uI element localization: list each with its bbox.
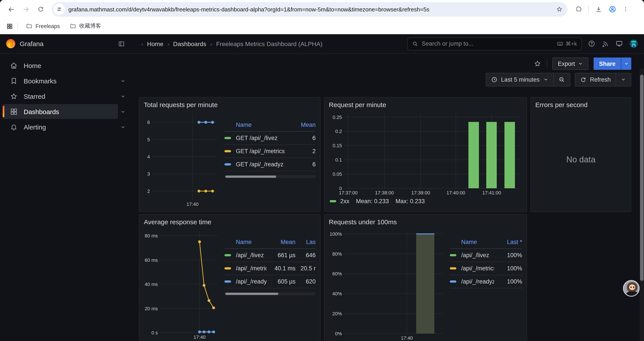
sidebar-item-label: Alerting [24,123,46,131]
series-color-pill[interactable] [450,280,456,283]
series-name[interactable]: /api/_/livez [461,252,494,258]
bookmark-folder[interactable]: 收藏博客 [66,21,104,32]
chevron-down-icon[interactable] [118,124,128,130]
page-scrollbar[interactable] [640,69,644,341]
time-range-button[interactable]: Last 5 minutes [486,73,553,86]
forward-icon[interactable] [19,3,32,16]
series-name[interactable]: 2xx [340,198,350,204]
legend-row[interactable]: /api/_/metrics 40.1 ms 20.5 r [224,262,316,275]
sidebar-item[interactable]: Starred [0,89,131,104]
series-color-pill[interactable] [224,254,231,256]
legend-header-name[interactable]: Name [461,239,494,245]
legend-header-mean[interactable]: Mean [266,239,296,245]
bar-chart[interactable]: 17:40100%80%60%40%20%0% [329,227,446,341]
legend-row[interactable]: GET /api/_/readyz 6 [224,158,316,171]
legend-header-last[interactable]: Last * [494,239,522,245]
favorite-star-icon[interactable] [534,60,542,68]
series-name[interactable]: GET /api/_/metrics [236,148,289,154]
avatar-eye [633,286,634,288]
breadcrumb-item[interactable]: Dashboards [163,40,206,47]
svg-text:3: 3 [147,171,150,177]
share-button[interactable]: Share [594,58,621,70]
header-icons [585,40,638,48]
export-button[interactable]: Export [552,58,588,70]
timeseries-chart[interactable]: 17:4065432 [144,110,221,208]
legend-row[interactable]: /api/_/readyz 100% [450,275,522,288]
breadcrumb-item[interactable]: Freeleaps Metrics Dashboard (ALPHA) [206,40,322,47]
legend-scrollbar[interactable] [224,292,316,295]
legend-row[interactable]: /api/_/readyz 605 µs 620 [224,275,316,288]
series-name[interactable]: /api/_/readyz [236,278,266,285]
series-color-pill[interactable] [450,254,456,256]
legend-row[interactable]: GET /api/_/livez 6 [224,132,316,145]
assistant-avatar[interactable] [623,280,640,297]
series-name[interactable]: GET /api/_/readyz [236,161,289,168]
bookmark-folder[interactable]: Freeleaps [22,21,63,31]
chevron-down-icon [621,77,626,82]
chevron-down-icon[interactable] [118,93,128,99]
series-color-pill[interactable] [330,200,336,202]
url-text[interactable]: grafana.mathmast.com/d/deytv4rwavabkb/fr… [68,6,550,13]
sidebar-item[interactable]: Home [0,58,131,73]
sidebar-item[interactable]: Bookmarks [0,73,131,88]
bar-chart[interactable]: 17:37:0017:38:0017:39:0017:40:0017:41:00… [329,110,523,196]
series-name[interactable]: /api/_/metrics [461,265,494,272]
kiosk-monitor-icon[interactable] [616,40,623,47]
extensions-icon[interactable] [575,6,582,13]
series-color-pill[interactable] [450,267,456,269]
panel-title[interactable]: Average response time [144,218,316,226]
legend-header-name[interactable]: Name [236,239,266,245]
series-color-pill[interactable] [224,280,231,283]
series-name[interactable]: /api/_/readyz [461,278,494,285]
series-color-pill[interactable] [224,163,231,165]
grafana-logo[interactable] [6,39,15,48]
downloads-icon[interactable] [595,6,602,13]
legend-header-last[interactable]: Las [296,239,316,245]
legend-header-mean[interactable]: Mean [289,122,316,128]
sidebar-item[interactable]: Alerting [0,119,131,134]
back-icon[interactable] [4,3,18,16]
refresh-interval-button[interactable] [616,73,631,86]
series-name[interactable]: /api/_/metrics [236,265,266,272]
scrollbar-thumb[interactable] [640,75,644,281]
bookmarks-divider [18,22,18,30]
profile-icon[interactable] [608,5,616,13]
user-avatar[interactable] [630,40,638,48]
help-icon[interactable] [588,40,595,47]
timeseries-chart[interactable]: 17:4080 ms60 ms40 ms20 ms0 s [144,227,221,340]
bookmark-star-icon[interactable] [554,6,565,13]
news-icon[interactable] [602,40,609,47]
dock-sidebar-icon[interactable] [118,40,125,47]
legend-row[interactable]: /api/_/livez 661 µs 646 [224,249,316,262]
series-name[interactable]: GET /api/_/livez [236,135,289,141]
panel-title[interactable]: Requests under 100ms [329,218,522,226]
zoom-out-button[interactable] [553,73,570,86]
reload-icon[interactable] [34,3,47,16]
legend-scrollbar[interactable] [224,175,316,178]
breadcrumb-item[interactable]: Home [137,40,163,47]
apps-grid-icon[interactable] [6,23,13,30]
panel-title[interactable]: Total requests per minute [144,101,316,108]
chevron-down-icon[interactable] [118,78,128,84]
scrollbar-thumb[interactable] [225,176,276,178]
series-color-pill[interactable] [224,137,231,139]
legend-row[interactable]: /api/_/livez 100% [450,249,522,262]
browser-menu-icon[interactable] [622,6,629,12]
panel-title[interactable]: Request per minute [329,101,522,108]
legend-row[interactable]: /api/_/metrics 100% [450,262,522,275]
legend-row[interactable]: GET /api/_/metrics 2 [224,145,316,158]
refresh-button[interactable]: Refresh [575,73,616,86]
legend-inline[interactable]: 2xx Mean: 0.233 Max: 0.233 [329,197,522,204]
url-bar[interactable]: grafana.mathmast.com/d/deytv4rwavabkb/fr… [52,2,567,17]
chevron-down-icon[interactable] [118,109,128,114]
sidebar-item[interactable]: Dashboards [0,104,131,119]
legend-header-name[interactable]: Name [236,122,289,128]
panel-title[interactable]: Errors per second [535,101,626,108]
series-color-pill[interactable] [224,267,231,269]
series-color-pill[interactable] [224,150,231,152]
scrollbar-thumb[interactable] [225,293,278,295]
series-name[interactable]: /api/_/livez [236,252,266,258]
search-input[interactable]: Search or jump to... ⌘+k [407,37,582,50]
share-menu-button[interactable] [621,58,631,70]
site-settings-icon[interactable] [54,4,65,15]
